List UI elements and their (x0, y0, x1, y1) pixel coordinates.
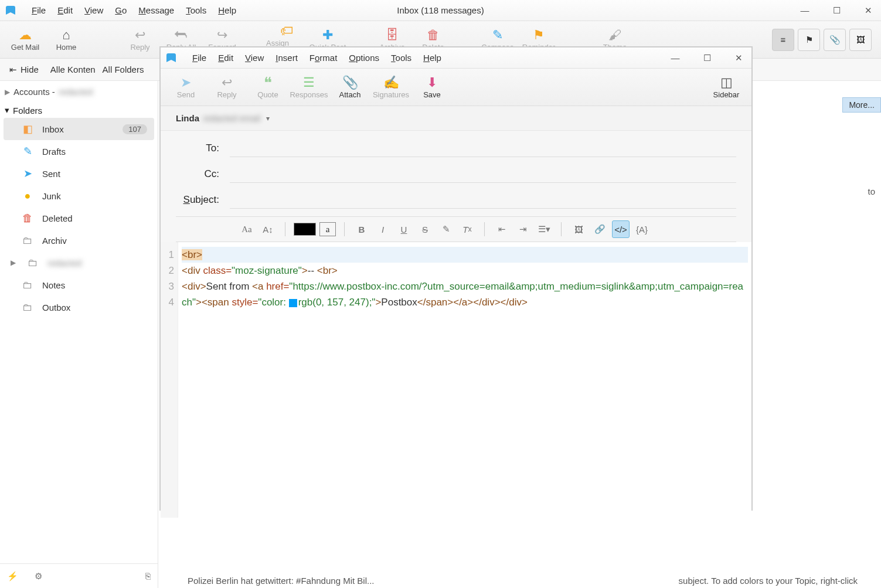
chevron-right-icon: ▶ (11, 259, 16, 267)
from-row[interactable]: Linda redacted email ▾ (161, 106, 751, 131)
close-button[interactable]: ✕ (732, 53, 746, 63)
folder-custom[interactable]: ▶🗀redacted (4, 251, 154, 274)
minimize-button[interactable]: — (798, 5, 812, 16)
list-button[interactable]: ☰▾ (535, 220, 553, 238)
minimize-button[interactable]: — (668, 53, 682, 63)
cmp-menu-edit[interactable]: Edit (212, 50, 239, 65)
flag-icon: ⚑ (533, 28, 545, 43)
menu-go[interactable]: Go (109, 3, 132, 18)
window-controls: — ☐ ✕ (798, 5, 875, 16)
cloud-download-icon: ☁ (19, 28, 32, 43)
maximize-button[interactable]: ☐ (700, 53, 714, 63)
strike-button[interactable]: S (416, 220, 434, 238)
highlight-button[interactable]: ✎ (437, 220, 455, 238)
view-list-button[interactable]: ≡ (772, 29, 794, 51)
outdent-button[interactable]: ⇤ (493, 220, 511, 238)
view-flag-button[interactable]: ⚑ (798, 29, 820, 51)
attach-button[interactable]: 📎Attach (329, 71, 370, 104)
cmp-menu-insert[interactable]: Insert (270, 50, 304, 65)
sidebar-toggle-button[interactable]: ◫Sidebar (706, 71, 747, 104)
underline-button[interactable]: U (395, 220, 413, 238)
insert-template-button[interactable]: {A} (633, 220, 651, 238)
from-name: Linda (176, 113, 199, 123)
reply-button[interactable]: ↩Reply (120, 23, 161, 56)
compose-icon[interactable]: ⎘ (145, 571, 151, 581)
signatures-button[interactable]: ✍Signatures (370, 71, 411, 104)
subject-input[interactable] (230, 191, 736, 209)
cmp-reply-button[interactable]: ↩Reply (206, 71, 247, 104)
folder-inbox[interactable]: ◧ Inbox 107 (4, 118, 154, 140)
reply-icon: ↩ (135, 28, 145, 43)
insert-image-button[interactable]: 🖼 (570, 220, 587, 238)
line-gutter: 1 2 3 4 (161, 242, 178, 518)
view-image-button[interactable]: 🖼 (849, 29, 872, 51)
folder-deleted[interactable]: 🗑Deleted (4, 207, 154, 229)
bold-button[interactable]: B (353, 220, 370, 238)
indent-button[interactable]: ⇥ (514, 220, 532, 238)
font-size-button[interactable]: A↕ (259, 220, 277, 238)
folder-sent[interactable]: ➤Sent (4, 162, 154, 185)
home-icon: ⌂ (62, 28, 70, 43)
hide-sidebar-button[interactable]: ⇤Hide (5, 62, 43, 77)
quote-button[interactable]: ❝Quote (247, 71, 288, 104)
paperclip-icon: 📎 (829, 35, 841, 45)
source-code[interactable]: <br><div class="moz-signature">-- <br> <… (178, 242, 751, 518)
panel-icon: ◫ (720, 75, 733, 90)
menu-tools[interactable]: Tools (180, 3, 212, 18)
folders-filter[interactable]: All Folders (103, 64, 144, 74)
folders-header[interactable]: ▾ Folders (0, 100, 158, 118)
menu-view[interactable]: View (79, 3, 109, 18)
home-button[interactable]: ⌂Home (46, 23, 87, 56)
trash-icon: 🗑 (427, 28, 440, 43)
close-button[interactable]: ✕ (861, 5, 875, 16)
menu-message[interactable]: Message (132, 3, 180, 18)
get-mail-button[interactable]: ☁Get Mail (5, 23, 46, 56)
menu-file[interactable]: File (26, 3, 52, 18)
compose-body-editor[interactable]: 1 2 3 4 <br><div class="moz-signature">-… (161, 242, 751, 518)
cmp-menu-help[interactable]: Help (417, 50, 447, 65)
folder-notes[interactable]: 🗀Notes (4, 274, 154, 296)
cmp-menu-format[interactable]: Format (304, 50, 343, 65)
italic-button[interactable]: I (374, 220, 392, 238)
menu-edit[interactable]: Edit (52, 3, 79, 18)
more-button[interactable]: More... (842, 97, 881, 113)
settings-icon[interactable]: ⚙ (35, 571, 42, 582)
puzzle-icon: ✚ (322, 28, 333, 43)
maximize-button[interactable]: ☐ (829, 5, 843, 16)
flag-icon: ⚑ (805, 35, 813, 45)
send-button[interactable]: ➤Send (165, 71, 206, 104)
to-input[interactable] (230, 140, 736, 157)
main-menubar: File Edit View Go Message Tools Help Inb… (0, 0, 881, 21)
accounts-filter[interactable]: Alle Konten (50, 64, 96, 74)
image-icon: 🖼 (856, 35, 865, 45)
chat-icon[interactable]: ⚡ (7, 571, 18, 582)
cc-input[interactable] (230, 165, 736, 183)
folder-junk[interactable]: ●Junk (4, 185, 154, 207)
accounts-header[interactable]: ▶ Accounts - redacted (0, 81, 158, 100)
bg-color-button[interactable]: a (319, 222, 336, 236)
save-button[interactable]: ⬇Save (411, 71, 453, 104)
source-view-button[interactable]: </> (612, 220, 630, 238)
chevron-right-icon: ▶ (5, 88, 10, 96)
cc-row: Cc: (176, 161, 736, 187)
responses-button[interactable]: ☰Responses (288, 71, 329, 104)
menu-help[interactable]: Help (212, 3, 242, 18)
app-logo-icon (166, 52, 178, 64)
cmp-menu-view[interactable]: View (239, 50, 270, 65)
folder-drafts[interactable]: ✎Drafts (4, 140, 154, 162)
folder-archiv[interactable]: 🗀Archiv (4, 229, 154, 251)
insert-link-button[interactable]: 🔗 (591, 220, 608, 238)
tag-icon: 🏷 (280, 23, 293, 39)
font-family-button[interactable]: Aa (238, 220, 256, 238)
folder-outbox[interactable]: 🗀Outbox (4, 296, 154, 318)
clear-format-button[interactable]: Tx (458, 220, 476, 238)
text-color-button[interactable] (294, 223, 316, 236)
cmp-menu-tools[interactable]: Tools (385, 50, 417, 65)
reply-icon: ↩ (222, 75, 232, 90)
inbox-icon: ◧ (21, 123, 34, 135)
cmp-menu-file[interactable]: File (186, 50, 212, 65)
from-email: redacted email (203, 113, 260, 123)
list-icon: ☰ (303, 75, 315, 90)
view-attach-button[interactable]: 📎 (824, 29, 846, 51)
cmp-menu-options[interactable]: Options (343, 50, 385, 65)
